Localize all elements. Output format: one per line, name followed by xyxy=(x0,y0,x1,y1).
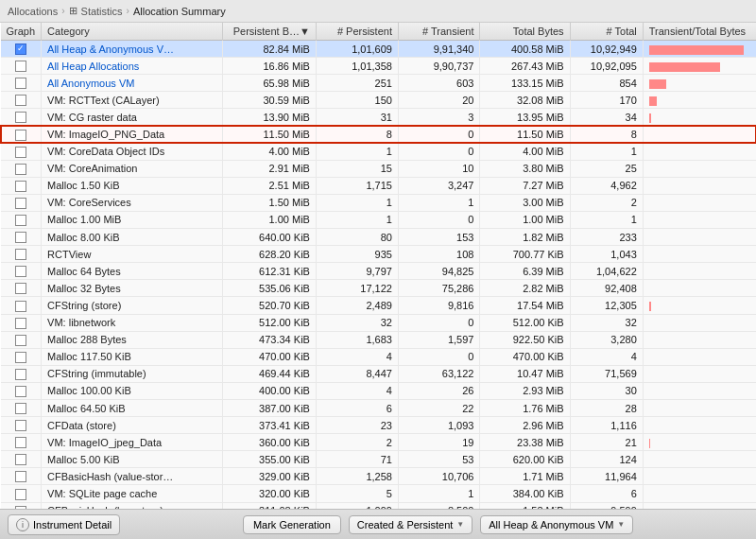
graph-checkbox-cell[interactable] xyxy=(1,502,42,509)
graph-checkbox[interactable] xyxy=(15,403,26,414)
graph-checkbox[interactable] xyxy=(15,283,26,294)
table-row[interactable]: Malloc 1.50 KiB2.51 MiB1,7153,2477.27 Mi… xyxy=(1,177,756,194)
table-row[interactable]: VM: CoreServices1.50 MiB113.00 MiB2 xyxy=(1,194,756,211)
category-cell[interactable]: Malloc 1.00 MiB xyxy=(42,211,223,228)
category-cell[interactable]: VM: SQLite page cache xyxy=(42,485,223,502)
table-row[interactable]: VM: SQLite page cache320.00 KiB51384.00 … xyxy=(1,485,756,502)
table-row[interactable]: CFBasicHash (value-stor…329.00 KiB1,2581… xyxy=(1,468,756,485)
graph-checkbox-cell[interactable] xyxy=(1,263,42,280)
graph-checkbox-cell[interactable] xyxy=(1,75,42,92)
graph-checkbox[interactable] xyxy=(15,420,26,431)
table-row[interactable]: All Heap & Anonymous V…82.84 MiB1,01,609… xyxy=(1,41,756,58)
graph-checkbox-cell[interactable] xyxy=(1,229,42,246)
col-header-graph[interactable]: Graph xyxy=(1,23,42,41)
col-header-total-bytes[interactable]: Total Bytes xyxy=(480,23,570,41)
category-cell[interactable]: Malloc 64 Bytes xyxy=(42,263,223,280)
table-wrapper[interactable]: Graph Category Persistent B…▼ # Persiste… xyxy=(0,23,756,509)
graph-checkbox-cell[interactable] xyxy=(1,348,42,365)
graph-checkbox-cell[interactable] xyxy=(1,58,42,75)
table-row[interactable]: VM: CG raster data13.90 MiB31313.95 MiB3… xyxy=(1,109,756,126)
graph-checkbox-cell[interactable] xyxy=(1,297,42,314)
graph-checkbox-cell[interactable] xyxy=(1,126,42,143)
category-cell[interactable]: VM: CoreServices xyxy=(42,194,223,211)
table-row[interactable]: VM: CoreAnimation2.91 MiB15103.80 MiB25 xyxy=(1,160,756,177)
table-row[interactable]: Malloc 32 Bytes535.06 KiB17,12275,2862.8… xyxy=(1,280,756,297)
category-cell[interactable]: VM: CG raster data xyxy=(42,109,223,126)
category-cell[interactable]: All Heap Allocations xyxy=(42,58,223,75)
breadcrumb-statistics[interactable]: Statistics xyxy=(81,6,123,17)
graph-checkbox[interactable] xyxy=(15,147,26,158)
col-header-bar[interactable]: Transient/Total Bytes xyxy=(643,23,755,41)
graph-checkbox-cell[interactable] xyxy=(1,280,42,297)
graph-checkbox[interactable] xyxy=(15,112,26,123)
mark-generation-button[interactable]: Mark Generation xyxy=(243,515,341,534)
category-cell[interactable]: All Heap & Anonymous V… xyxy=(42,41,223,58)
graph-checkbox[interactable] xyxy=(15,43,26,55)
graph-checkbox[interactable] xyxy=(15,437,26,448)
graph-checkbox-cell[interactable] xyxy=(1,177,42,194)
graph-checkbox[interactable] xyxy=(15,369,26,380)
graph-checkbox-cell[interactable] xyxy=(1,109,42,126)
table-row[interactable]: Malloc 8.00 KiB640.00 KiB801531.82 MiB23… xyxy=(1,229,756,246)
category-cell[interactable]: VM: ImageIO_jpeg_Data xyxy=(42,434,223,451)
graph-checkbox[interactable] xyxy=(15,471,26,482)
graph-checkbox[interactable] xyxy=(15,164,26,175)
category-cell[interactable]: Malloc 64.50 KiB xyxy=(42,399,223,416)
category-cell[interactable]: CFBasicHash (key-store) xyxy=(42,502,223,509)
breadcrumb-allocations[interactable]: Allocations xyxy=(8,6,58,17)
category-cell[interactable]: Malloc 117.50 KiB xyxy=(42,348,223,365)
col-header-persistent-count[interactable]: # Persistent xyxy=(316,23,398,41)
graph-checkbox[interactable] xyxy=(15,352,26,363)
category-cell[interactable]: Malloc 1.50 KiB xyxy=(42,177,223,194)
graph-checkbox-cell[interactable] xyxy=(1,417,42,434)
graph-checkbox[interactable] xyxy=(15,301,26,312)
graph-checkbox-cell[interactable] xyxy=(1,451,42,468)
graph-checkbox[interactable] xyxy=(15,489,26,500)
table-row[interactable]: Malloc 64.50 KiB387.00 KiB6221.76 MiB28 xyxy=(1,399,756,416)
category-cell[interactable]: Malloc 32 Bytes xyxy=(42,280,223,297)
table-row[interactable]: VM: ImageIO_jpeg_Data360.00 KiB21923.38 … xyxy=(1,434,756,451)
table-row[interactable]: Malloc 1.00 MiB1.00 MiB101.00 MiB1 xyxy=(1,211,756,228)
graph-checkbox-cell[interactable] xyxy=(1,365,42,382)
graph-checkbox-cell[interactable] xyxy=(1,92,42,109)
table-row[interactable]: CFData (store)373.41 KiB231,0932.96 MiB1… xyxy=(1,417,756,434)
graph-checkbox[interactable] xyxy=(15,335,26,346)
table-row[interactable]: Malloc 64 Bytes612.31 KiB9,79794,8256.39… xyxy=(1,263,756,280)
graph-checkbox[interactable] xyxy=(15,232,26,243)
category-cell[interactable]: VM: RCTText (CALayer) xyxy=(42,92,223,109)
graph-checkbox[interactable] xyxy=(15,95,26,106)
category-cell[interactable]: Malloc 100.00 KiB xyxy=(42,382,223,399)
graph-checkbox-cell[interactable] xyxy=(1,331,42,348)
graph-checkbox[interactable] xyxy=(15,198,26,209)
instrument-detail-button[interactable]: i Instrument Detail xyxy=(8,514,120,535)
table-row[interactable]: Malloc 5.00 KiB355.00 KiB7153620.00 KiB1… xyxy=(1,451,756,468)
graph-checkbox-cell[interactable] xyxy=(1,485,42,502)
table-row[interactable]: All Heap Allocations16.86 MiB1,01,3589,9… xyxy=(1,58,756,75)
category-cell[interactable]: All Anonymous VM xyxy=(42,75,223,92)
graph-checkbox[interactable] xyxy=(15,266,26,277)
col-header-persistent-bytes[interactable]: Persistent B…▼ xyxy=(222,23,316,41)
graph-checkbox-cell[interactable] xyxy=(1,382,42,399)
table-row[interactable]: Malloc 288 Bytes473.34 KiB1,6831,597922.… xyxy=(1,331,756,348)
graph-checkbox[interactable] xyxy=(15,61,26,72)
table-row[interactable]: VM: libnetwork512.00 KiB320512.00 KiB32 xyxy=(1,314,756,331)
category-cell[interactable]: Malloc 5.00 KiB xyxy=(42,451,223,468)
table-row[interactable]: CFBasicHash (key-store)311.08 KiB1,0998,… xyxy=(1,502,756,509)
category-cell[interactable]: CFString (store) xyxy=(42,297,223,314)
category-cell[interactable]: CFBasicHash (value-stor… xyxy=(42,468,223,485)
category-cell[interactable]: CFData (store) xyxy=(42,417,223,434)
category-cell[interactable]: Malloc 288 Bytes xyxy=(42,331,223,348)
all-heap-anonymous-dropdown[interactable]: All Heap & Anonymous VM ▼ xyxy=(480,515,633,534)
col-header-total-count[interactable]: # Total xyxy=(570,23,643,41)
graph-checkbox[interactable] xyxy=(15,215,26,226)
table-row[interactable]: CFString (immutable)469.44 KiB8,44763,12… xyxy=(1,365,756,382)
graph-checkbox[interactable] xyxy=(15,386,26,397)
graph-checkbox-cell[interactable] xyxy=(1,434,42,451)
category-cell[interactable]: VM: libnetwork xyxy=(42,314,223,331)
category-cell[interactable]: VM: CoreAnimation xyxy=(42,160,223,177)
category-cell[interactable]: CFString (immutable) xyxy=(42,365,223,382)
graph-checkbox-cell[interactable] xyxy=(1,314,42,331)
graph-checkbox-cell[interactable] xyxy=(1,160,42,177)
graph-checkbox-cell[interactable] xyxy=(1,399,42,416)
table-row[interactable]: Malloc 100.00 KiB400.00 KiB4262.93 MiB30 xyxy=(1,382,756,399)
